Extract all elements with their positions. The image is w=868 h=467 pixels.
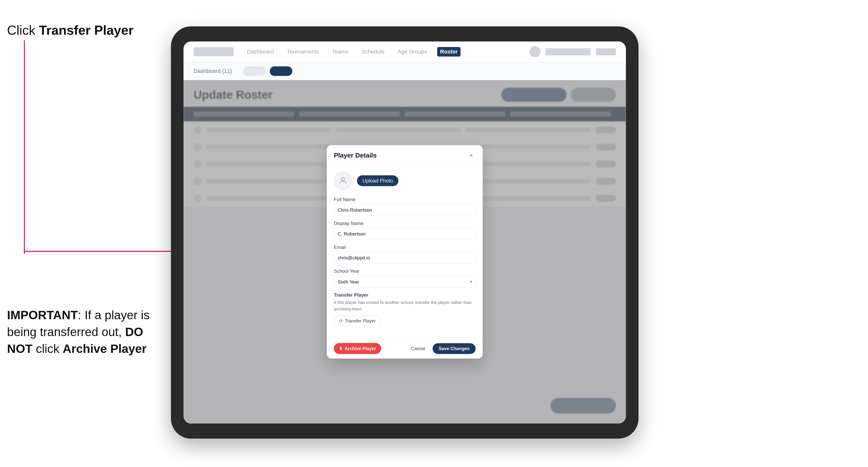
archive-player-button[interactable]: ⬇ Archive Player — [334, 343, 381, 354]
display-name-label: Display Name — [334, 221, 475, 226]
breadcrumb: Dashboard (11) — [193, 68, 232, 74]
instruction-important: IMPORTANT — [7, 308, 78, 322]
nav-item-tournaments[interactable]: Tournaments — [284, 47, 322, 57]
school-year-select-wrapper: First Year Second Year Third Year Fourth… — [334, 276, 475, 288]
cancel-button[interactable]: Cancel — [407, 343, 429, 354]
nav-item-teams[interactable]: Teams — [329, 47, 351, 57]
modal-footer: ⬇ Archive Player Cancel Save Changes — [327, 338, 483, 359]
app-nav: Dashboard Tournaments Teams Schedule Age… — [244, 47, 519, 57]
full-name-label: Full Name — [334, 197, 475, 203]
instruction-archive: Archive Player — [63, 342, 147, 355]
annotation-vertical-line — [24, 40, 25, 254]
header-right — [529, 46, 616, 57]
display-name-input[interactable] — [334, 228, 475, 240]
transfer-section-title: Transfer Player — [334, 292, 475, 298]
main-content: Update Roster — [184, 80, 626, 424]
instruction-top: Click Transfer Player — [7, 23, 133, 38]
close-icon: × — [469, 152, 473, 159]
header-avatar — [529, 46, 540, 57]
player-details-modal: Player Details × — [327, 145, 483, 359]
archive-player-label: Archive Player — [345, 346, 376, 351]
instruction-bottom: IMPORTANT: If a player is being transfer… — [7, 307, 163, 357]
modal-header: Player Details × — [327, 145, 483, 166]
modal-title: Player Details — [334, 151, 377, 159]
nav-item-schedule[interactable]: Schedule — [359, 47, 388, 57]
instruction-top-bold: Transfer Player — [39, 23, 133, 37]
modal-body: Upload Photo Full Name Display Name — [327, 166, 483, 338]
player-avatar — [334, 172, 352, 190]
app-logo — [193, 47, 234, 56]
tablet-screen: Dashboard Tournaments Teams Schedule Age… — [184, 41, 626, 424]
nav-item-roster[interactable]: Roster — [437, 47, 461, 57]
save-changes-button[interactable]: Save Changes — [433, 343, 475, 354]
nav-item-agegroups[interactable]: Age Groups — [395, 47, 430, 57]
refresh-icon: ⟳ — [339, 318, 343, 324]
instruction-text2: click — [32, 342, 63, 355]
email-group: Email — [334, 245, 475, 264]
tablet-device: Dashboard Tournaments Teams Schedule Age… — [171, 26, 639, 439]
email-input[interactable] — [334, 252, 475, 264]
modal-close-button[interactable]: × — [467, 151, 475, 160]
email-label: Email — [334, 245, 475, 250]
nav-item-dashboard[interactable]: Dashboard — [244, 47, 277, 57]
display-name-group: Display Name — [334, 221, 475, 240]
upload-photo-button[interactable]: Upload Photo — [357, 175, 398, 186]
app-header: Dashboard Tournaments Teams Schedule Age… — [184, 41, 626, 62]
full-name-group: Full Name — [334, 197, 475, 216]
transfer-player-section: Transfer Player If this player has moved… — [334, 292, 475, 326]
transfer-player-label: Transfer Player — [345, 318, 376, 323]
school-year-select[interactable]: First Year Second Year Third Year Fourth… — [334, 276, 475, 288]
transfer-player-button[interactable]: ⟳ Transfer Player — [334, 316, 381, 326]
svg-point-0 — [341, 178, 344, 181]
transfer-description: If this player has moved to another scho… — [334, 299, 475, 312]
header-extra — [596, 48, 616, 55]
full-name-input[interactable] — [334, 204, 475, 216]
archive-icon: ⬇ — [339, 346, 343, 351]
person-icon — [338, 176, 347, 185]
school-year-group: School Year First Year Second Year Third… — [334, 269, 475, 288]
modal-overlay: Player Details × — [184, 80, 626, 424]
sub-header: Dashboard (11) — [184, 62, 626, 80]
photo-upload-section: Upload Photo — [334, 172, 475, 190]
header-name — [546, 48, 591, 55]
school-year-label: School Year — [334, 269, 475, 274]
instruction-top-prefix: Click — [7, 23, 39, 37]
